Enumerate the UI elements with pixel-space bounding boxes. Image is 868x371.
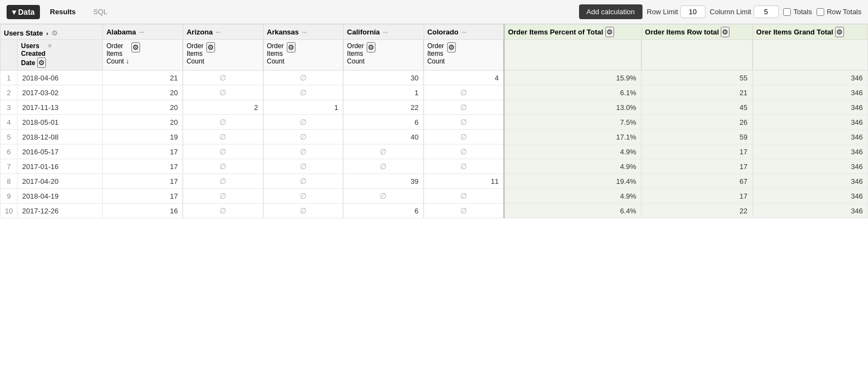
table-row: 10 2017-12-26 16 ∅ ∅ 6 ∅ 6.4% 22 346 xyxy=(1,204,868,218)
num-cell: 30 xyxy=(344,71,424,85)
grand-total-cell: 346 xyxy=(753,100,867,115)
data-tab-button[interactable]: ▾ Data xyxy=(7,5,40,19)
users-state-label: Users State xyxy=(4,29,43,37)
alabama-metric-gear-button[interactable]: ⚙ xyxy=(131,42,140,53)
null-cell: ∅ xyxy=(183,71,263,85)
order-items-row-total-gear-button[interactable]: ⚙ xyxy=(721,27,730,37)
pct-sub-header xyxy=(504,40,641,71)
table-row: 5 2018-12-08 19 ∅ ∅ 40 ∅ 17.1% 59 346 xyxy=(1,130,868,144)
row-totals-section-header: Order Items Percent of Total ⚙ xyxy=(504,25,641,40)
null-cell: ∅ xyxy=(344,189,424,204)
num-cell: 16 xyxy=(103,204,183,218)
pivot-table: Users State › ⚙ Alabama ··· Arizona ··· … xyxy=(0,24,868,218)
california-metric-gear-button[interactable]: ⚙ xyxy=(367,42,375,53)
num-cell: 17 xyxy=(103,144,183,159)
row-number: 1 xyxy=(1,71,18,85)
null-cell: ∅ xyxy=(424,100,504,115)
totals-label: Totals xyxy=(794,8,812,16)
grand-total-cell: 346 xyxy=(753,204,867,218)
pivot-index-gear-button[interactable]: ⚙ xyxy=(51,29,58,37)
null-cell: ∅ xyxy=(424,189,504,204)
row-number: 7 xyxy=(1,159,18,174)
pct-cell: 6.1% xyxy=(504,85,641,100)
toolbar-left: ▾ Data Results SQL xyxy=(7,5,115,19)
california-metric-header: OrderItemsCount ⚙ xyxy=(344,40,424,71)
null-cell: ∅ xyxy=(183,85,263,100)
row-totals-checkbox-group[interactable]: Row Totals xyxy=(817,8,861,16)
totals-checkbox-group[interactable]: Totals xyxy=(783,8,812,16)
grand-total-cell: 346 xyxy=(753,115,867,130)
pct-cell: 7.5% xyxy=(504,115,641,130)
num-cell: 4 xyxy=(424,71,504,85)
arkansas-metric-gear-button[interactable]: ⚙ xyxy=(287,42,296,53)
table-row: 3 2017-11-13 20 2 1 22 ∅ 13.0% 45 346 xyxy=(1,100,868,115)
data-table-wrapper: Users State › ⚙ Alabama ··· Arizona ··· … xyxy=(0,24,868,218)
grand-total-cell: 346 xyxy=(753,159,867,174)
num-cell: 1 xyxy=(344,85,424,100)
row-num-sub-header xyxy=(1,40,18,71)
arizona-metric-gear-button[interactable]: ⚙ xyxy=(206,42,215,53)
filter-icon[interactable]: ≡ xyxy=(48,42,51,49)
num-cell: 6 xyxy=(344,204,424,218)
pct-cell: 17.1% xyxy=(504,130,641,144)
date-cell: 2017-03-02 xyxy=(18,85,103,100)
row-number: 5 xyxy=(1,130,18,144)
order-items-pct-header: Order Items Percent of Total xyxy=(508,28,603,36)
row-number: 4 xyxy=(1,115,18,130)
null-cell: ∅ xyxy=(263,85,343,100)
col-limit-label: Column Limit xyxy=(710,8,751,16)
toolbar: ▾ Data Results SQL Add calculation Row L… xyxy=(0,0,868,24)
row-total-sub-header xyxy=(641,40,752,71)
null-cell: ∅ xyxy=(344,159,424,174)
order-items-grand-total-gear-button[interactable]: ⚙ xyxy=(835,27,844,37)
row-limit-group: Row Limit xyxy=(647,5,705,18)
order-items-pct-gear-button[interactable]: ⚙ xyxy=(605,27,614,37)
null-cell: ∅ xyxy=(183,204,263,218)
results-tab-button[interactable]: Results xyxy=(42,5,83,19)
null-cell: ∅ xyxy=(263,189,343,204)
table-row: 8 2017-04-20 17 ∅ ∅ 39 11 19.4% 67 346 xyxy=(1,174,868,189)
chevron-down-icon: ▾ xyxy=(12,8,16,16)
totals-checkbox[interactable] xyxy=(783,8,791,16)
colorado-metric-gear-button[interactable]: ⚙ xyxy=(447,42,456,53)
num-cell: 6 xyxy=(344,115,424,130)
grand-total-cell: 346 xyxy=(753,189,867,204)
null-cell: ∅ xyxy=(183,174,263,189)
date-sub-header: UsersCreatedDate ⚙ ≡ xyxy=(18,40,103,71)
row-totals-label: Row Totals xyxy=(827,8,861,16)
row-total-cell: 17 xyxy=(641,144,752,159)
null-cell: ∅ xyxy=(183,144,263,159)
date-cell: 2017-04-20 xyxy=(18,174,103,189)
row-total-cell: 59 xyxy=(641,130,752,144)
table-row: 1 2018-04-06 21 ∅ ∅ 30 4 15.9% 55 346 xyxy=(1,71,868,85)
col-limit-input[interactable] xyxy=(754,5,779,18)
date-cell: 2018-04-06 xyxy=(18,71,103,85)
num-cell: 1 xyxy=(263,100,343,115)
data-label: Data xyxy=(18,8,34,16)
pct-cell: 15.9% xyxy=(504,71,641,85)
null-cell: ∅ xyxy=(263,130,343,144)
row-limit-input[interactable] xyxy=(680,5,705,18)
null-cell: ∅ xyxy=(263,204,343,218)
add-calculation-button[interactable]: Add calculation xyxy=(579,4,643,19)
row-totals-checkbox[interactable] xyxy=(817,8,824,16)
table-row: 9 2018-04-19 17 ∅ ∅ ∅ ∅ 4.9% 17 346 xyxy=(1,189,868,204)
row-total-cell: 67 xyxy=(641,174,752,189)
sql-tab-button[interactable]: SQL xyxy=(85,5,115,19)
grand-total-sub-header xyxy=(753,40,867,71)
row-total-cell: 21 xyxy=(641,85,752,100)
null-cell: ∅ xyxy=(263,144,343,159)
table-row: 6 2016-05-17 17 ∅ ∅ ∅ ∅ 4.9% 17 346 xyxy=(1,144,868,159)
null-cell: ∅ xyxy=(183,189,263,204)
num-cell: 21 xyxy=(103,71,183,85)
row-total-cell: 55 xyxy=(641,71,752,85)
date-gear-button[interactable]: ⚙ xyxy=(37,57,46,68)
table-row: 2 2017-03-02 20 ∅ ∅ 1 ∅ 6.1% 21 346 xyxy=(1,85,868,100)
row-number: 6 xyxy=(1,144,18,159)
grand-total-cell: 346 xyxy=(753,85,867,100)
null-cell: ∅ xyxy=(424,159,504,174)
num-cell: 11 xyxy=(424,174,504,189)
num-cell: 22 xyxy=(344,100,424,115)
null-cell: ∅ xyxy=(263,71,343,85)
null-cell: ∅ xyxy=(424,144,504,159)
